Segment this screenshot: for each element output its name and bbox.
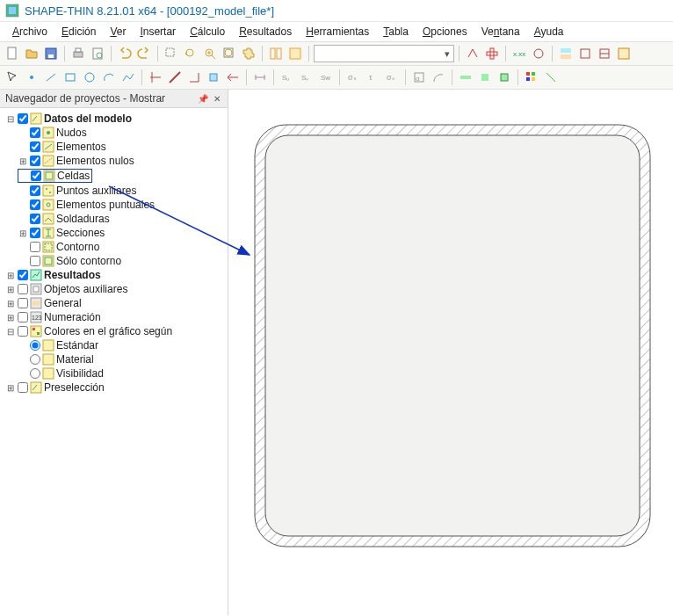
save-file-icon[interactable]	[42, 45, 60, 62]
tree-node-elementos-puntuales[interactable]: ·Elementos puntuales	[2, 198, 226, 212]
line-icon[interactable]	[42, 69, 60, 86]
toolbar-icon-b[interactable]	[483, 45, 501, 62]
checkbox-resultados[interactable]	[18, 270, 28, 280]
tree-node-soldaduras[interactable]: ·Soldaduras	[2, 212, 226, 226]
menu-herramientas[interactable]: Herramientas	[300, 24, 374, 40]
plastic-icon-3[interactable]	[496, 69, 513, 86]
checkbox-puntos-aux[interactable]	[30, 185, 40, 196]
result-icon-1[interactable]: α	[410, 69, 428, 86]
polyline-icon[interactable]	[119, 69, 137, 86]
zoom-back-icon[interactable]	[182, 45, 199, 62]
toolbar-icon-h[interactable]	[615, 45, 633, 62]
stress-sw-icon[interactable]: Sw	[317, 69, 335, 86]
stress-sv-icon[interactable]: Sᵥ	[298, 69, 315, 86]
checkbox-objetos-aux[interactable]	[18, 284, 28, 294]
tree-node-puntos-auxiliares[interactable]: ·Puntos auxiliares	[2, 184, 226, 198]
result-icon-2[interactable]	[430, 69, 447, 86]
tool-icon-2[interactable]	[166, 69, 184, 86]
window-tile-icon[interactable]	[267, 45, 285, 62]
rect-icon[interactable]	[62, 69, 79, 86]
checkbox-solo-contorno[interactable]	[30, 256, 40, 266]
checkbox-colores[interactable]	[18, 326, 28, 337]
menu-ver[interactable]: Ver	[105, 24, 131, 40]
tree-node-nudos[interactable]: ·Nudos	[2, 126, 226, 140]
checkbox-numeracion[interactable]	[18, 312, 28, 322]
menu-opciones[interactable]: Opciones	[417, 24, 473, 40]
open-file-icon[interactable]	[23, 45, 40, 62]
menu-archivo[interactable]: Archivo	[7, 24, 53, 40]
checkbox-elementos-puntuales[interactable]	[30, 199, 40, 210]
tree-node-datos-del-modelo[interactable]: ⊟ Datos del modelo	[2, 112, 226, 126]
tree-node-elementos[interactable]: ·Elementos	[2, 140, 226, 154]
tau-icon[interactable]: τ	[364, 69, 381, 86]
tree-node-resultados[interactable]: ⊞Resultados	[2, 268, 226, 282]
redo-icon[interactable]	[135, 45, 153, 62]
toolbar-icon-d[interactable]	[530, 45, 547, 62]
radio-estandar[interactable]	[30, 340, 40, 351]
tool-icon-5[interactable]	[224, 69, 242, 86]
tool-icon-3[interactable]	[185, 69, 203, 86]
circle-icon[interactable]	[81, 69, 98, 86]
tree-node-celdas[interactable]: ·Celdas	[2, 168, 226, 184]
tree-node-numeracion[interactable]: ⊞123Numeración	[2, 310, 226, 324]
panel-close-icon[interactable]: ✕	[212, 93, 222, 104]
plastic-icon-1[interactable]	[457, 69, 474, 86]
checkbox-nudos[interactable]	[30, 127, 40, 138]
colors-icon[interactable]	[523, 69, 540, 86]
zoom-in-icon[interactable]	[201, 45, 219, 62]
arc-icon[interactable]	[100, 69, 118, 86]
pan-icon[interactable]	[240, 45, 257, 62]
checkbox-general[interactable]	[18, 298, 28, 308]
sigma-v-icon[interactable]: σᵥ	[383, 69, 401, 86]
checkbox-soldaduras[interactable]	[30, 214, 40, 224]
selection-combo[interactable]: ▾	[314, 45, 454, 62]
toolbar-icon-g[interactable]	[596, 45, 613, 62]
sigma-x-icon[interactable]: σₓ	[344, 69, 362, 86]
menu-resultados[interactable]: Resultados	[234, 24, 297, 40]
menu-tabla[interactable]: Tabla	[378, 24, 414, 40]
print-preview-icon[interactable]	[89, 45, 106, 62]
dimension-icon[interactable]	[251, 69, 269, 86]
tree-node-general[interactable]: ⊞General	[2, 296, 226, 310]
tree-node-visibilidad[interactable]: ·Visibilidad	[2, 366, 226, 380]
print-icon[interactable]	[69, 45, 87, 62]
tool-last-icon[interactable]	[542, 69, 560, 86]
checkbox-celdas[interactable]	[31, 170, 41, 181]
checkbox-preseleccion[interactable]	[18, 382, 28, 393]
plastic-icon-2[interactable]	[476, 69, 494, 86]
tree-node-secciones[interactable]: ⊞Secciones	[2, 226, 226, 240]
toolbar-icon-a[interactable]	[464, 45, 481, 62]
new-file-icon[interactable]	[4, 45, 21, 62]
zoom-window-icon[interactable]	[163, 45, 180, 62]
tree-node-solo-contorno[interactable]: ·Sólo contorno	[2, 254, 226, 268]
tree-node-colores-grafico[interactable]: ⊟Colores en el gráfico según	[2, 324, 226, 338]
toolbar-icon-e[interactable]	[557, 45, 575, 62]
checkbox-datos-del-modelo[interactable]	[18, 113, 28, 124]
checkbox-elementos-nulos[interactable]	[30, 156, 40, 166]
tool-icon-4[interactable]	[205, 69, 222, 86]
menu-ventana[interactable]: Ventana	[476, 24, 525, 40]
tree-node-elementos-nulos[interactable]: ⊞Elementos nulos	[2, 154, 226, 168]
menu-ayuda[interactable]: Ayuda	[529, 24, 569, 40]
tool-icon-1[interactable]	[147, 69, 164, 86]
checkbox-elementos[interactable]	[30, 141, 40, 152]
select-icon[interactable]	[4, 69, 21, 86]
menu-edicion[interactable]: Edición	[56, 24, 101, 40]
checkbox-contorno[interactable]	[30, 242, 40, 252]
window-max-icon[interactable]	[286, 45, 304, 62]
tree-node-estandar[interactable]: ·Estándar	[2, 338, 226, 352]
panel-pin-icon[interactable]: 📌	[198, 93, 208, 104]
node-icon[interactable]	[23, 69, 40, 86]
zoom-extents-icon[interactable]	[221, 45, 238, 62]
tree-node-objetos-auxiliares[interactable]: ⊞Objetos auxiliares	[2, 282, 226, 296]
graphics-viewport[interactable]	[228, 90, 673, 615]
toolbar-icon-f[interactable]	[576, 45, 594, 62]
undo-icon[interactable]	[116, 45, 134, 62]
tree-node-material[interactable]: ·Material	[2, 352, 226, 366]
tree-node-preseleccion[interactable]: ⊞Preselección	[2, 380, 226, 395]
tree-node-contorno[interactable]: ·Contorno	[2, 240, 226, 254]
stress-su-icon[interactable]: Sᵤ	[279, 69, 296, 86]
checkbox-secciones[interactable]	[30, 228, 40, 238]
radio-visibilidad[interactable]	[30, 368, 40, 379]
menu-calculo[interactable]: Cálculo	[185, 24, 230, 40]
